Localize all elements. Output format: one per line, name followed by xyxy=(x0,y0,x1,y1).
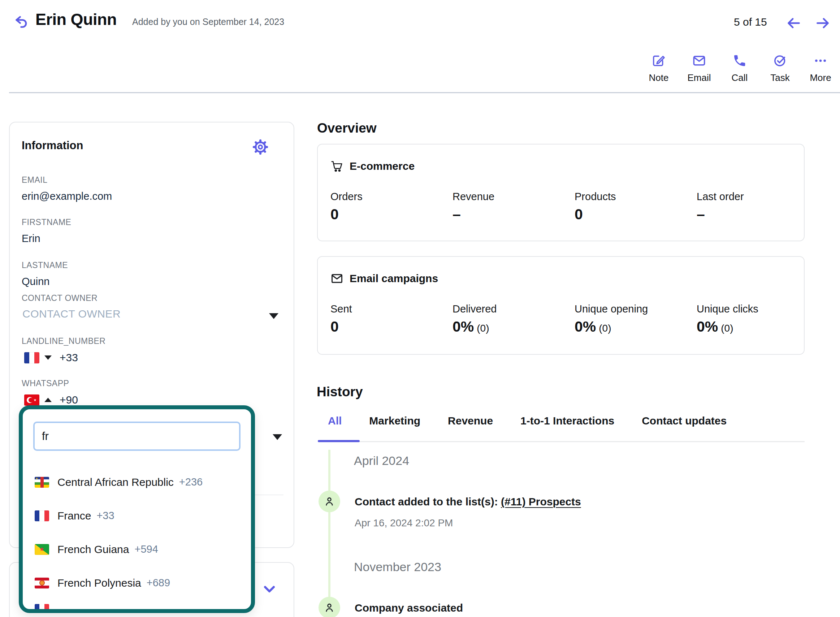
whatsapp-dial-code: +90 xyxy=(60,394,78,406)
tab-contact-updates[interactable]: Contact updates xyxy=(642,415,727,427)
country-option-name: French Guiana xyxy=(57,543,129,556)
whatsapp-country-select[interactable]: +90 xyxy=(24,394,78,406)
expand-section-button[interactable] xyxy=(261,580,278,598)
person-icon xyxy=(324,602,335,613)
background-select-caret-icon[interactable] xyxy=(273,434,282,440)
ellipsis-icon xyxy=(813,53,828,68)
information-settings-button[interactable] xyxy=(252,138,269,156)
stat-value: 0% xyxy=(452,318,474,335)
stat-suffix: (0) xyxy=(477,323,489,334)
header-divider xyxy=(9,92,840,93)
ecommerce-stat-products: Products 0 xyxy=(575,191,694,223)
call-label: Call xyxy=(732,72,748,83)
timeline-event-icon xyxy=(318,490,340,512)
stat-label: Delivered xyxy=(452,303,572,315)
country-option-france[interactable]: France +33 xyxy=(23,499,251,533)
stat-suffix: (0) xyxy=(599,323,611,334)
email-stat-sent: Sent 0 xyxy=(330,303,449,335)
contact-owner-caret-icon[interactable] xyxy=(269,313,279,319)
envelope-icon xyxy=(692,53,706,68)
pagination-label: 5 of 15 xyxy=(734,16,767,28)
more-label: More xyxy=(810,72,831,83)
country-option-french-polynesia[interactable]: French Polynesia +689 xyxy=(23,566,251,600)
person-icon xyxy=(324,496,335,507)
email-campaigns-card-title: Email campaigns xyxy=(349,272,438,285)
task-button[interactable]: Task xyxy=(760,53,800,83)
chevron-down-icon xyxy=(261,580,278,598)
call-button[interactable]: Call xyxy=(719,53,760,83)
french-polynesia-flag-icon xyxy=(35,578,49,589)
country-option-name: Central African Republic xyxy=(57,476,174,489)
note-pencil-icon xyxy=(651,53,666,68)
firstname-field-label: FIRSTNAME xyxy=(22,217,71,227)
country-option-french-guiana[interactable]: French Guiana +594 xyxy=(23,533,251,566)
country-option-name: France xyxy=(57,510,91,522)
event-text: Contact added to the list(s): xyxy=(355,496,498,508)
page-subtitle: Added by you on September 14, 2023 xyxy=(132,16,284,27)
country-search-input[interactable] xyxy=(33,422,240,451)
stat-value: 0 xyxy=(330,318,339,335)
stat-label: Sent xyxy=(330,303,449,315)
timeline-event-title: Contact added to the list(s): (#11) Pros… xyxy=(355,496,581,508)
timeline-event-title: Company associated xyxy=(355,602,463,614)
more-button[interactable]: More xyxy=(800,53,840,83)
turkey-flag-icon xyxy=(24,394,39,406)
stat-label: Products xyxy=(575,191,694,203)
tab-1-to-1-interactions[interactable]: 1-to-1 Interactions xyxy=(520,415,614,427)
email-stat-delivered: Delivered 0%(0) xyxy=(452,303,572,335)
stat-value: 0% xyxy=(697,318,718,335)
back-button[interactable] xyxy=(13,14,29,30)
france-flag-icon xyxy=(35,511,49,521)
prospects-list-link[interactable]: (#11) Prospects xyxy=(501,496,581,508)
country-options-list: Central African Republic +236 France +33… xyxy=(23,465,251,600)
stat-value: 0 xyxy=(575,206,583,223)
previous-contact-button[interactable] xyxy=(786,15,802,30)
ecommerce-card-title: E-commerce xyxy=(349,160,414,172)
email-button[interactable]: Email xyxy=(679,53,719,83)
country-option-name: French Polynesia xyxy=(57,577,141,589)
event-text: Company associated xyxy=(355,602,463,614)
landline-dial-code: +33 xyxy=(60,351,78,364)
contact-owner-placeholder: CONTACT OWNER xyxy=(22,308,121,320)
france-flag-icon xyxy=(24,352,39,363)
information-title: Information xyxy=(22,139,83,152)
page-title: Erin Quinn xyxy=(35,10,116,29)
lastname-field-label: LASTNAME xyxy=(22,260,68,270)
stat-value: 0 xyxy=(330,206,339,223)
ecommerce-card: E-commerce Orders 0 Revenue – Products 0… xyxy=(317,144,805,241)
active-tab-underline xyxy=(318,440,360,442)
note-label: Note xyxy=(649,72,669,83)
gear-icon xyxy=(252,138,269,156)
ecommerce-stat-last-order: Last order – xyxy=(697,191,816,223)
whatsapp-field-label: WHATSAPP xyxy=(22,379,69,388)
tab-all[interactable]: All xyxy=(328,415,342,427)
firstname-field-value: Erin xyxy=(22,233,40,245)
country-option-dial-code: +689 xyxy=(147,577,170,589)
tab-marketing[interactable]: Marketing xyxy=(369,415,420,427)
country-option-dial-code: +33 xyxy=(96,510,114,522)
arrow-right-icon xyxy=(815,15,831,31)
stat-value: – xyxy=(697,206,705,223)
whatsapp-caret-up-icon xyxy=(44,398,52,402)
contact-owner-select[interactable]: CONTACT OWNER xyxy=(22,308,292,326)
timeline-event-timestamp: Apr 16, 2024 2:02 PM xyxy=(355,517,453,529)
landline-country-select[interactable]: +33 xyxy=(24,351,78,364)
landline-caret-down-icon xyxy=(44,356,52,360)
french-guiana-flag-icon xyxy=(35,544,49,555)
next-contact-button[interactable] xyxy=(815,15,831,30)
check-circle-icon xyxy=(773,53,787,68)
note-button[interactable]: Note xyxy=(638,53,679,83)
history-tabs: All Marketing Revenue 1-to-1 Interaction… xyxy=(328,415,727,427)
timeline-event-icon xyxy=(318,597,340,617)
stat-label: Orders xyxy=(330,191,449,203)
stat-label: Unique clicks xyxy=(697,303,816,315)
stat-label: Revenue xyxy=(452,191,572,203)
ecommerce-stat-revenue: Revenue – xyxy=(452,191,572,223)
email-field-label: EMAIL xyxy=(22,175,48,185)
country-option-dial-code: +594 xyxy=(134,543,158,555)
country-option-central-african-republic[interactable]: Central African Republic +236 xyxy=(23,465,251,499)
landline-field-label: LANDLINE_NUMBER xyxy=(22,336,105,346)
tab-revenue[interactable]: Revenue xyxy=(448,415,493,427)
stat-value: – xyxy=(452,206,461,223)
undo-arrow-icon xyxy=(13,14,29,30)
